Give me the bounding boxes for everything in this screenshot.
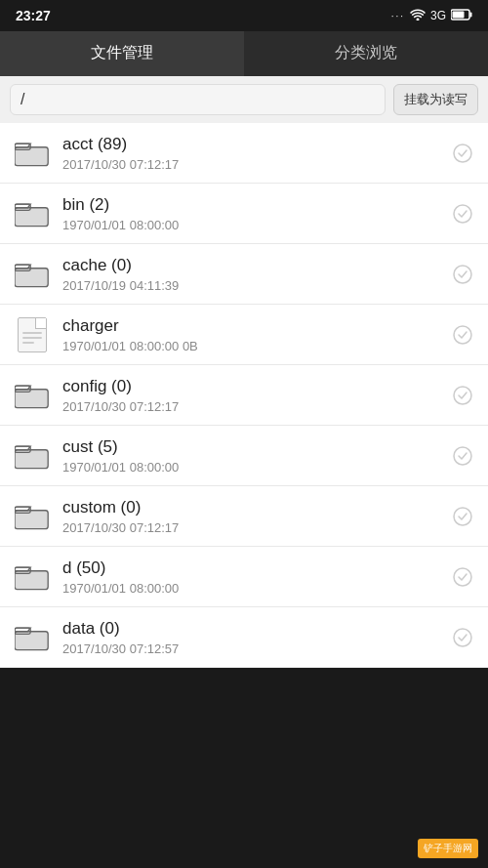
mount-button[interactable]: 挂载为读写 — [393, 84, 478, 115]
path-bar: 挂载为读写 — [0, 76, 488, 123]
file-name: cache (0) — [62, 256, 451, 275]
time-display: 23:27 — [16, 8, 51, 23]
folder-icon — [14, 498, 51, 535]
file-meta: 2017/10/30 07:12:57 — [62, 641, 451, 656]
check-icon[interactable] — [451, 323, 474, 347]
file-meta: 2017/10/30 07:12:17 — [62, 399, 451, 414]
list-item[interactable]: bin (2)1970/01/01 08:00:00 — [0, 184, 488, 244]
check-icon[interactable] — [451, 142, 474, 165]
check-icon[interactable] — [451, 202, 474, 226]
check-icon[interactable] — [451, 263, 474, 286]
list-item[interactable]: cache (0)2017/10/19 04:11:39 — [0, 244, 488, 305]
list-item[interactable]: config (0)2017/10/30 07:12:17 — [0, 365, 488, 426]
tab-file-manager[interactable]: 文件管理 — [0, 31, 244, 76]
folder-icon — [14, 256, 51, 293]
status-icons: ··· 3G — [391, 9, 472, 23]
check-icon[interactable] — [451, 565, 474, 589]
file-name: charger — [62, 316, 451, 336]
file-meta: 2017/10/19 04:11:39 — [62, 278, 451, 293]
list-item[interactable]: charger1970/01/01 08:00:00 0B — [0, 305, 488, 365]
file-meta: 1970/01/01 08:00:00 — [62, 218, 451, 232]
file-meta: 1970/01/01 08:00:00 — [62, 581, 451, 596]
check-icon[interactable] — [451, 626, 474, 649]
svg-point-10 — [454, 205, 471, 223]
svg-point-31 — [454, 568, 471, 586]
svg-point-6 — [454, 145, 471, 162]
file-name: bin (2) — [62, 195, 451, 215]
list-item[interactable]: data (0)2017/10/30 07:12:57 — [0, 607, 488, 668]
file-name: data (0) — [62, 619, 451, 639]
file-meta: 2017/10/30 07:12:17 — [62, 520, 451, 535]
svg-point-27 — [454, 508, 471, 525]
list-item[interactable]: d (50)1970/01/01 08:00:00 — [0, 547, 488, 607]
svg-point-15 — [454, 326, 471, 344]
svg-point-35 — [454, 629, 471, 646]
file-name: config (0) — [62, 377, 451, 396]
network-type: 3G — [430, 9, 446, 22]
file-meta: 2017/10/30 07:12:17 — [62, 157, 451, 172]
check-icon[interactable] — [451, 444, 474, 468]
tab-bar: 文件管理 分类浏览 — [0, 31, 488, 76]
folder-icon — [14, 619, 51, 656]
file-icon — [14, 316, 51, 353]
svg-point-14 — [454, 266, 471, 283]
file-meta: 1970/01/01 08:00:00 — [62, 460, 451, 475]
file-name: acct (89) — [62, 135, 451, 154]
folder-icon — [14, 558, 51, 596]
folder-icon — [14, 377, 51, 414]
folder-icon — [14, 135, 51, 172]
svg-point-23 — [454, 447, 471, 465]
folder-icon — [14, 195, 51, 232]
wifi-icon — [410, 9, 426, 23]
file-name: cust (5) — [62, 437, 451, 457]
signal-dots-icon: ··· — [391, 11, 405, 21]
check-icon[interactable] — [451, 505, 474, 528]
tab-category-browse[interactable]: 分类浏览 — [244, 31, 488, 76]
list-item[interactable]: cust (5)1970/01/01 08:00:00 — [0, 426, 488, 486]
file-name: d (50) — [62, 558, 451, 578]
svg-rect-1 — [453, 11, 465, 18]
folder-icon — [14, 437, 51, 475]
path-input[interactable] — [10, 84, 386, 115]
list-item[interactable]: acct (89)2017/10/30 07:12:17 — [0, 123, 488, 184]
svg-point-19 — [454, 387, 471, 404]
svg-rect-2 — [470, 12, 472, 17]
check-icon[interactable] — [451, 384, 474, 407]
status-bar: 23:27 ··· 3G — [0, 0, 488, 31]
file-list: acct (89)2017/10/30 07:12:17 bin (2)1970… — [0, 123, 488, 668]
watermark: 铲子手游网 — [418, 839, 478, 858]
battery-icon — [451, 9, 472, 23]
file-name: custom (0) — [62, 498, 451, 517]
list-item[interactable]: custom (0)2017/10/30 07:12:17 — [0, 486, 488, 547]
file-meta: 1970/01/01 08:00:00 0B — [62, 339, 451, 353]
